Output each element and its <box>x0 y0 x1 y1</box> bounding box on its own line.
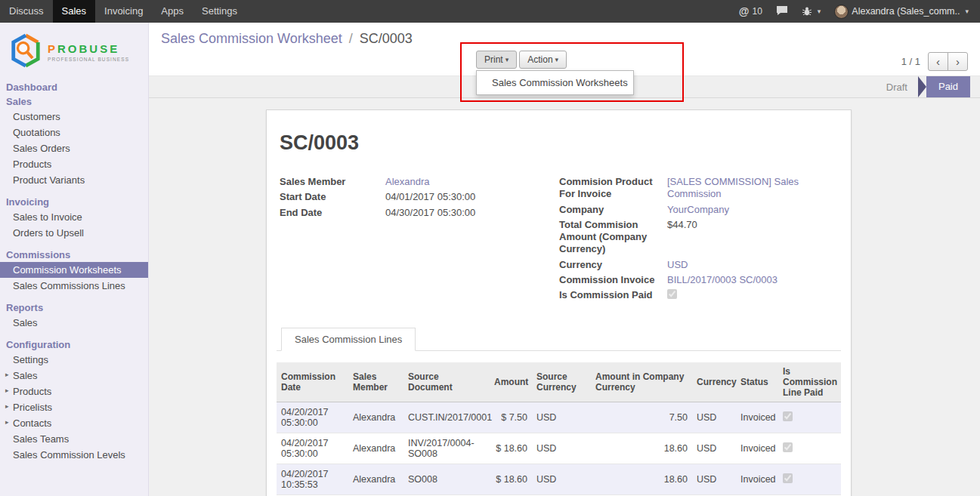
col-is-commission-line-paid[interactable]: Is Commission Line Paid <box>778 362 841 402</box>
messages-button[interactable] <box>769 0 795 23</box>
field-start-date: Start Date 04/01/2017 05:30:00 <box>277 191 559 203</box>
print-button-label: Print <box>484 54 503 65</box>
form-sheet: SC/0003 Sales Member Alexandra Start Dat… <box>266 109 852 496</box>
sidebar-item-contacts[interactable]: ▸ Contacts <box>0 415 148 431</box>
menu-item-sales-commission-worksheets[interactable]: Sales Commission Worksheets <box>477 73 633 92</box>
field-value-link[interactable]: [SALES COMMISSION] Sales Commission <box>667 176 841 201</box>
sidebar-item-sales-commission-levels[interactable]: Sales Commission Levels <box>0 447 148 463</box>
sidebar-item-config-products[interactable]: ▸ Products <box>0 384 148 399</box>
line-paid-checkbox[interactable] <box>783 411 793 421</box>
sidebar-item-sales-commissions-lines[interactable]: Sales Commissions Lines <box>0 278 148 294</box>
sidebar-header-commissions[interactable]: Commissions <box>0 248 148 262</box>
field-value-link[interactable]: BILL/2017/0003 SC/0003 <box>667 274 841 286</box>
field-value-link[interactable]: YourCompany <box>667 204 841 216</box>
sidebar-item-commission-worksheets[interactable]: Commission Worksheets <box>0 262 148 278</box>
cell-member: Alexandra <box>348 464 403 495</box>
line-paid-checkbox[interactable] <box>783 442 793 452</box>
caret-down-icon: ▾ <box>555 56 559 63</box>
user-name: Alexandra (Sales_comm.. <box>852 6 960 17</box>
top-navbar: Discuss Sales Invoicing Apps Settings @ … <box>0 0 980 23</box>
sidebar-item-customers[interactable]: Customers <box>0 109 148 125</box>
field-groups: Sales Member Alexandra Start Date 04/01/… <box>277 176 841 305</box>
field-value-link[interactable]: USD <box>667 259 841 271</box>
cell-status: Invoiced <box>736 464 778 495</box>
mentions-button[interactable]: @ 10 <box>732 0 769 23</box>
sidebar-header-sales[interactable]: Sales <box>0 94 148 109</box>
field-sales-member: Sales Member Alexandra <box>277 176 559 188</box>
logo-subtitle: PROFESSIONAL BUSINESS <box>48 57 129 62</box>
caret-down-icon: ▾ <box>818 8 821 15</box>
sidebar-item-product-variants[interactable]: Product Variants <box>0 172 148 188</box>
sidebar-item-reports-sales[interactable]: Sales <box>0 315 148 331</box>
table-row[interactable]: 04/20/2017 10:35:53 Alexandra SO008 $ 18… <box>277 464 841 495</box>
field-label: Total Commision Amount (Company Currency… <box>559 219 667 256</box>
cell-source: CUST.IN/2017/0001 <box>403 402 490 433</box>
field-commission-invoice: Commission Invoice BILL/2017/0003 SC/000… <box>559 274 841 286</box>
chat-bubble-icon <box>776 5 788 18</box>
pager-previous-button[interactable]: ‹ <box>928 52 948 71</box>
field-label: Commision Product For Invoice <box>559 176 667 201</box>
stage-paid[interactable]: Paid <box>926 76 970 97</box>
breadcrumb-separator: / <box>349 31 353 46</box>
sidebar-header-invoicing[interactable]: Invoicing <box>0 195 148 209</box>
pager-next-button[interactable]: › <box>948 52 968 71</box>
sidebar-item-sales-to-invoice[interactable]: Sales to Invoice <box>0 209 148 225</box>
chevron-right-icon: ▸ <box>5 371 9 378</box>
sidebar-item-orders-to-upsell[interactable]: Orders to Upsell <box>0 225 148 241</box>
col-source-document[interactable]: Source Document <box>403 362 490 402</box>
field-currency: Currency USD <box>559 259 841 271</box>
col-amount[interactable]: Amount <box>490 362 532 402</box>
col-currency[interactable]: Currency <box>692 362 736 402</box>
menu-discuss[interactable]: Discuss <box>0 0 53 23</box>
sidebar-item-settings[interactable]: Settings <box>0 352 148 368</box>
sidebar-header-reports[interactable]: Reports <box>0 300 148 315</box>
field-value: 04/30/2017 05:30:00 <box>385 207 475 219</box>
sidebar-item-quotations[interactable]: Quotations <box>0 125 148 140</box>
sidebar-header-configuration[interactable]: Configuration <box>0 337 148 352</box>
cell-member: Alexandra <box>348 402 403 433</box>
logo-title: PROBUSE <box>48 42 129 55</box>
sidebar-item-config-sales[interactable]: ▸ Sales <box>0 368 148 384</box>
sidebar-item-products[interactable]: Products <box>0 156 148 172</box>
sidebar-item-pricelists[interactable]: ▸ Pricelists <box>0 399 148 415</box>
debug-menu-button[interactable]: ▾ <box>795 0 828 23</box>
probuse-logo-icon <box>9 32 42 71</box>
col-status[interactable]: Status <box>736 362 778 402</box>
breadcrumb: Sales Commission Worksheet / SC/0003 <box>161 31 413 47</box>
cell-source: SO008 <box>403 464 490 495</box>
cell-currency: USD <box>692 464 736 495</box>
field-label: Currency <box>559 259 667 271</box>
col-sales-member[interactable]: Sales Member <box>348 362 403 402</box>
sidebar-section-invoicing: Invoicing Sales to Invoice Orders to Ups… <box>0 195 148 241</box>
table-row[interactable]: 04/20/2017 05:30:00 Alexandra CUST.IN/20… <box>277 402 841 433</box>
sidebar-section-commissions: Commissions Commission Worksheets Sales … <box>0 248 148 294</box>
pager: 1 / 1 ‹ › <box>901 52 968 71</box>
table-row[interactable]: 04/20/2017 05:30:00 Alexandra INV/2017/0… <box>277 433 841 464</box>
sidebar-section-configuration: Configuration Settings ▸ Sales ▸ Product… <box>0 337 148 463</box>
breadcrumb-current: SC/0003 <box>360 31 413 46</box>
control-panel-buttons: Print ▾ Action ▾ <box>476 51 567 69</box>
cell-source-currency: USD <box>532 464 591 495</box>
menu-settings[interactable]: Settings <box>193 0 246 23</box>
menu-sales[interactable]: Sales <box>53 0 96 23</box>
sidebar-item-sales-teams[interactable]: Sales Teams <box>0 431 148 447</box>
print-button[interactable]: Print ▾ <box>476 51 517 69</box>
col-commission-date[interactable]: Commission Date <box>277 362 348 402</box>
action-button[interactable]: Action ▾ <box>519 51 567 69</box>
cell-date: 04/20/2017 10:35:53 <box>277 464 348 495</box>
field-value-link[interactable]: Alexandra <box>385 176 430 188</box>
tab-sales-commission-lines[interactable]: Sales Commission Lines <box>281 328 416 351</box>
user-menu-button[interactable]: Alexandra (Sales_comm.. ▾ <box>827 0 975 23</box>
menu-apps[interactable]: Apps <box>152 0 193 23</box>
stage-draft[interactable]: Draft <box>876 82 918 93</box>
is-commission-paid-checkbox[interactable] <box>667 289 677 299</box>
col-source-currency[interactable]: Source Currency <box>532 362 591 402</box>
sidebar-item-sales-orders[interactable]: Sales Orders <box>0 140 148 156</box>
sidebar-header-dashboard[interactable]: Dashboard <box>0 80 148 94</box>
sidebar-item-label: Sales <box>13 370 38 381</box>
line-paid-checkbox[interactable] <box>783 473 793 483</box>
col-amount-company-currency[interactable]: Amount in Company Currency <box>591 362 692 402</box>
breadcrumb-parent-link[interactable]: Sales Commission Worksheet <box>161 31 342 46</box>
systray: @ 10 ▾ Alexandra (Sales_comm.. ▾ <box>732 0 980 23</box>
menu-invoicing[interactable]: Invoicing <box>95 0 152 23</box>
